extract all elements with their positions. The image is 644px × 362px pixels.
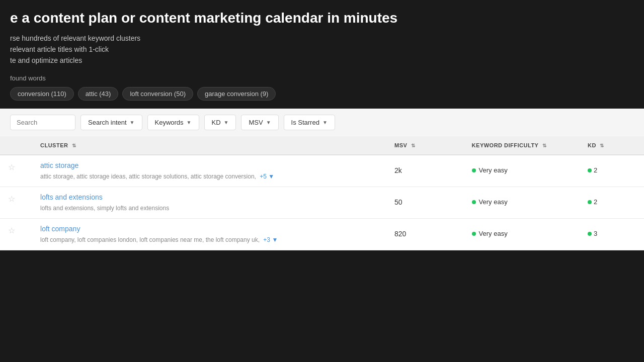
sort-icon-kd-diff[interactable]: ⇅ (542, 143, 547, 148)
cluster-cell-0: attic storageattic storage, attic storag… (32, 155, 386, 187)
cluster-keywords-1: lofts and extensions, simply lofts and e… (40, 205, 169, 212)
cluster-keywords-2: loft company, loft companies london, lof… (40, 236, 278, 243)
filter-bar: Search intent ▼ Keywords ▼ KD ▼ MSV ▼ Is… (0, 109, 644, 136)
sort-icon-kd[interactable]: ⇅ (600, 143, 604, 148)
kd-dot-0 (588, 168, 592, 172)
th-keyword-difficulty: KEYWORD DIFFICULTY ⇅ (464, 136, 580, 155)
tag-row: conversion (110)attic (43)loft conversio… (10, 87, 634, 101)
difficulty-dot-2 (472, 232, 476, 236)
msv-value-0: 2k (394, 161, 456, 174)
th-kd: KD ⇅ (580, 136, 644, 155)
kd-badge-2: 3 (588, 225, 597, 237)
msv-value-2: 820 (394, 225, 456, 238)
difficulty-badge-2: Very easy (472, 225, 508, 237)
tag-item-1[interactable]: attic (43) (78, 87, 119, 101)
star-cell-2[interactable]: ☆ (0, 219, 32, 250)
difficulty-badge-1: Very easy (472, 193, 508, 206)
sort-icon-msv[interactable]: ⇅ (411, 143, 416, 148)
msv-cell-0: 2k (386, 155, 464, 187)
cluster-cell-1: lofts and extensionslofts and extensions… (32, 187, 386, 219)
search-intent-dropdown[interactable]: Search intent ▼ (80, 115, 142, 130)
keyword-table: CLUSTER ⇅ MSV ⇅ KEYWORD DIFFICULTY ⇅ KD … (0, 136, 644, 250)
difficulty-text-1: Very easy (479, 198, 508, 206)
kd-badge-1: 2 (588, 193, 597, 206)
feature-item-2: relevant article titles with 1-click (10, 45, 634, 53)
cluster-keywords-0: attic storage, attic storage ideas, atti… (40, 173, 274, 180)
th-star (0, 136, 32, 155)
difficulty-cell-1: Very easy (464, 187, 580, 219)
chevron-down-icon: ▼ (130, 120, 135, 125)
kd-dot-2 (588, 232, 592, 236)
feature-item-1: rse hundreds of relevant keyword cluster… (10, 34, 634, 42)
table-row: ☆lofts and extensionslofts and extension… (0, 187, 644, 219)
tag-item-3[interactable]: garage conversion (9) (197, 87, 276, 101)
is-starred-label: Is Starred (291, 119, 319, 126)
difficulty-text-0: Very easy (479, 166, 508, 174)
feature-item-3: te and optimize articles (10, 56, 634, 64)
msv-value-1: 50 (394, 193, 456, 206)
kd-value-1: 2 (594, 198, 597, 206)
table-container: CLUSTER ⇅ MSV ⇅ KEYWORD DIFFICULTY ⇅ KD … (0, 136, 644, 250)
cluster-cell-2: loft companyloft company, loft companies… (32, 219, 386, 250)
cluster-link-1[interactable]: lofts and extensions (40, 193, 378, 201)
tag-item-0[interactable]: conversion (110) (10, 87, 74, 101)
kd-badge-0: 2 (588, 161, 597, 174)
is-starred-dropdown[interactable]: Is Starred ▼ (284, 115, 335, 130)
kd-cell-2: 3 (580, 219, 644, 250)
chevron-down-icon: ▼ (224, 120, 229, 125)
kd-value-0: 2 (594, 166, 597, 174)
main-heading: e a content plan or content marketing ca… (10, 10, 634, 26)
kd-dropdown[interactable]: KD ▼ (204, 115, 236, 130)
more-keywords-link-2[interactable]: +3 ▼ (263, 236, 278, 243)
star-cell-0[interactable]: ☆ (0, 155, 32, 187)
more-keywords-link-0[interactable]: +5 ▼ (260, 173, 274, 180)
msv-cell-1: 50 (386, 187, 464, 219)
cluster-link-2[interactable]: loft company (40, 225, 378, 233)
msv-dropdown[interactable]: MSV ▼ (241, 115, 278, 130)
feature-list: rse hundreds of relevant keyword cluster… (10, 34, 634, 64)
keywords-label: Keywords (155, 119, 184, 126)
difficulty-cell-0: Very easy (464, 155, 580, 187)
tag-item-2[interactable]: loft conversion (50) (122, 87, 193, 101)
th-cluster: CLUSTER ⇅ (32, 136, 386, 155)
difficulty-dot-1 (472, 200, 476, 204)
top-section: e a content plan or content marketing ca… (0, 0, 644, 109)
keywords-dropdown[interactable]: Keywords ▼ (147, 115, 199, 130)
difficulty-text-2: Very easy (479, 230, 508, 237)
kd-label: KD (212, 119, 221, 126)
chevron-down-icon: ▼ (187, 120, 192, 125)
difficulty-badge-0: Very easy (472, 161, 508, 174)
msv-cell-2: 820 (386, 219, 464, 250)
search-input[interactable] (10, 115, 75, 130)
difficulty-cell-2: Very easy (464, 219, 580, 250)
table-row: ☆attic storageattic storage, attic stora… (0, 155, 644, 187)
cluster-link-0[interactable]: attic storage (40, 161, 378, 169)
sort-icon-cluster[interactable]: ⇅ (72, 143, 76, 148)
msv-label: MSV (249, 119, 263, 126)
kd-dot-1 (588, 200, 592, 204)
difficulty-dot-0 (472, 168, 476, 172)
chevron-down-icon: ▼ (266, 120, 271, 125)
star-cell-1[interactable]: ☆ (0, 187, 32, 219)
search-intent-label: Search intent (88, 119, 127, 126)
found-words-label: found words (10, 74, 634, 82)
table-row: ☆loft companyloft company, loft companie… (0, 219, 644, 250)
kd-value-2: 3 (594, 230, 597, 237)
kd-cell-0: 2 (580, 155, 644, 187)
kd-cell-1: 2 (580, 187, 644, 219)
table-header-row: CLUSTER ⇅ MSV ⇅ KEYWORD DIFFICULTY ⇅ KD … (0, 136, 644, 155)
chevron-down-icon: ▼ (323, 120, 328, 125)
th-msv: MSV ⇅ (386, 136, 464, 155)
